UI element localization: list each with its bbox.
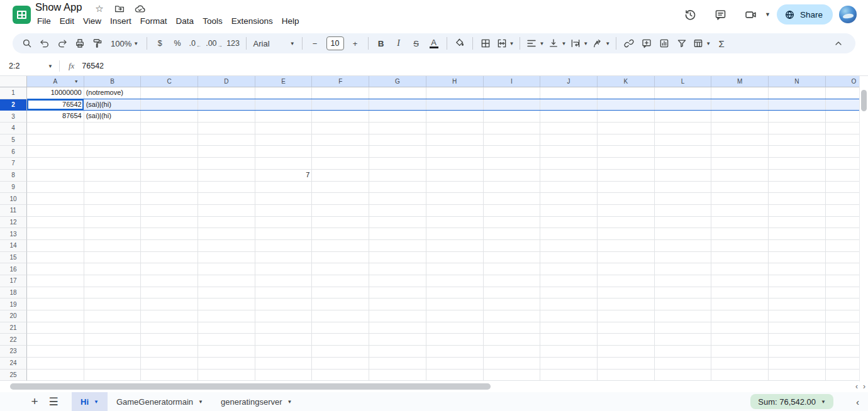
cell-J10[interactable] [540, 193, 598, 205]
format-currency-button[interactable]: $ [152, 35, 168, 52]
cell-H2[interactable] [426, 99, 484, 111]
cell-H1[interactable] [426, 87, 484, 99]
cell-J13[interactable] [540, 228, 598, 240]
cell-B21[interactable] [84, 322, 142, 334]
cell-J3[interactable] [540, 111, 598, 123]
select-all-corner[interactable] [0, 76, 27, 87]
cell-G25[interactable] [369, 370, 426, 381]
cell-D18[interactable] [198, 287, 255, 299]
cell-F22[interactable] [312, 334, 369, 346]
cell-F15[interactable] [312, 252, 369, 264]
cell-F2[interactable] [312, 99, 369, 111]
cell-N9[interactable] [769, 182, 826, 194]
cell-B8[interactable] [84, 170, 142, 182]
cell-C18[interactable] [141, 287, 198, 299]
cell-I14[interactable] [484, 240, 541, 252]
cell-H21[interactable] [426, 322, 484, 334]
cell-G8[interactable] [369, 170, 426, 182]
cell-M25[interactable] [711, 370, 769, 381]
cell-N22[interactable] [769, 334, 826, 346]
cell-A9[interactable] [27, 182, 84, 194]
add-sheet-icon[interactable]: + [25, 392, 44, 411]
cell-O14[interactable] [826, 240, 859, 252]
row-header-10[interactable]: 10 [0, 193, 27, 205]
sheets-logo-icon[interactable] [13, 6, 31, 24]
increase-decimal-button[interactable]: .00→ [204, 35, 223, 52]
column-header-J[interactable]: J [540, 76, 598, 87]
cloud-status-icon[interactable] [133, 3, 146, 15]
cell-D23[interactable] [198, 346, 255, 358]
cell-G13[interactable] [369, 228, 426, 240]
font-family-select[interactable]: Arial ▼ [251, 35, 298, 52]
strikethrough-button[interactable]: S [408, 35, 425, 52]
cell-L17[interactable] [655, 275, 712, 287]
sheet-tab-caret-icon[interactable]: ▼ [198, 399, 203, 405]
cell-C6[interactable] [141, 146, 198, 158]
cell-F14[interactable] [312, 240, 369, 252]
cell-F5[interactable] [312, 134, 369, 146]
sum-pill[interactable]: Sum: 76,542.00 ▼ [750, 394, 833, 409]
cell-C10[interactable] [141, 193, 198, 205]
cell-N21[interactable] [769, 322, 826, 334]
cell-O23[interactable] [826, 346, 859, 358]
cell-H15[interactable] [426, 252, 484, 264]
cell-O9[interactable] [826, 182, 859, 194]
cell-O17[interactable] [826, 275, 859, 287]
cell-G18[interactable] [369, 287, 426, 299]
cell-K5[interactable] [598, 134, 655, 146]
cell-G20[interactable] [369, 310, 426, 322]
cell-L6[interactable] [655, 146, 712, 158]
cell-H22[interactable] [426, 334, 484, 346]
cell-G23[interactable] [369, 346, 426, 358]
cell-O1[interactable] [826, 87, 859, 99]
cell-E24[interactable] [255, 358, 313, 370]
cell-C19[interactable] [141, 299, 198, 310]
cell-E11[interactable] [255, 205, 313, 217]
cell-F20[interactable] [312, 310, 369, 322]
cell-E8[interactable]: 7 [255, 170, 313, 182]
cell-O11[interactable] [826, 205, 859, 217]
cell-O19[interactable] [826, 299, 859, 310]
cell-C14[interactable] [141, 240, 198, 252]
format-percent-button[interactable]: % [169, 35, 186, 52]
cell-H10[interactable] [426, 193, 484, 205]
cell-O10[interactable] [826, 193, 859, 205]
cell-L9[interactable] [655, 182, 712, 194]
collapse-toolbar-icon[interactable] [830, 35, 847, 52]
cell-F21[interactable] [312, 322, 369, 334]
cell-C16[interactable] [141, 263, 198, 275]
vertical-align-button[interactable]: ▼ [547, 35, 567, 52]
cell-M11[interactable] [711, 205, 769, 217]
cell-B16[interactable] [84, 263, 142, 275]
cell-E7[interactable] [255, 158, 313, 170]
row-header-4[interactable]: 4 [0, 123, 27, 134]
cell-K24[interactable] [598, 358, 655, 370]
cell-H7[interactable] [426, 158, 484, 170]
cell-G17[interactable] [369, 275, 426, 287]
cell-A22[interactable] [27, 334, 84, 346]
menu-edit[interactable]: Edit [55, 14, 79, 28]
insert-comment-icon[interactable] [638, 35, 655, 52]
functions-button[interactable]: Σ [713, 35, 730, 52]
cell-O16[interactable] [826, 263, 859, 275]
cell-A23[interactable] [27, 346, 84, 358]
cell-I13[interactable] [484, 228, 541, 240]
font-size-input[interactable]: 10 [326, 36, 344, 50]
cell-F12[interactable] [312, 217, 369, 229]
cell-O6[interactable] [826, 146, 859, 158]
cell-C22[interactable] [141, 334, 198, 346]
sheet-tab-generatingserver[interactable]: generatingserver▼ [212, 392, 301, 411]
cell-E12[interactable] [255, 217, 313, 229]
cell-M17[interactable] [711, 275, 769, 287]
name-box[interactable]: 2:2 [0, 62, 48, 70]
sheet-tab-caret-icon[interactable]: ▼ [94, 399, 99, 405]
cell-K13[interactable] [598, 228, 655, 240]
cell-F11[interactable] [312, 205, 369, 217]
cell-N8[interactable] [769, 170, 826, 182]
cell-L3[interactable] [655, 111, 712, 123]
cell-O21[interactable] [826, 322, 859, 334]
cell-G21[interactable] [369, 322, 426, 334]
cell-D21[interactable] [198, 322, 255, 334]
cell-K9[interactable] [598, 182, 655, 194]
cell-I4[interactable] [484, 123, 541, 134]
